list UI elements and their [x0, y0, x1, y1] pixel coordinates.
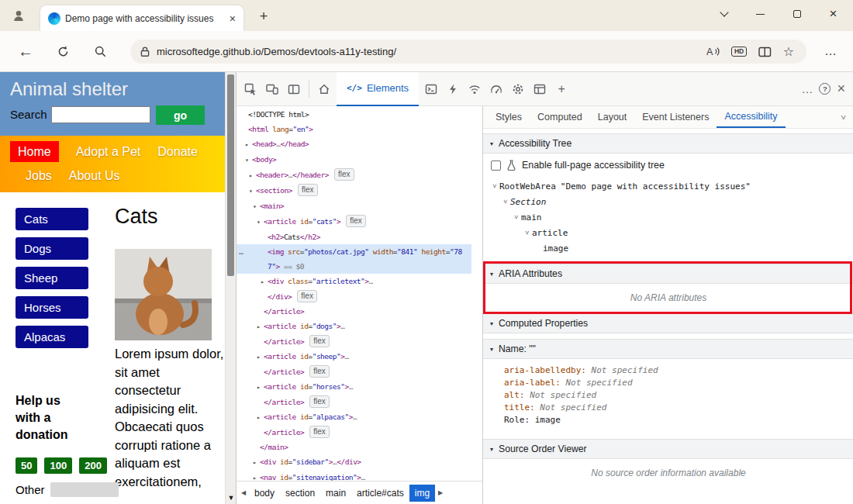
breadcrumb-scroll-right-icon[interactable]: ▶ — [435, 489, 446, 496]
section-computed-properties[interactable]: ▾ Computed Properties — [483, 313, 853, 333]
dom-tree-row[interactable]: 7"> == $0 — [237, 259, 471, 274]
a11y-tree-node-section[interactable]: >Section — [488, 194, 853, 209]
breadcrumb-img[interactable]: img — [409, 485, 435, 502]
panel-tab-event-listeners[interactable]: Event Listeners — [634, 106, 717, 128]
device-emulation-button[interactable] — [261, 72, 283, 106]
expand-arrow-icon[interactable]: ▸ — [261, 274, 268, 289]
dom-tree-row[interactable]: ▾<body> — [237, 152, 471, 167]
maximize-button[interactable] — [779, 0, 815, 28]
donation-button-50[interactable]: 50 — [16, 457, 37, 474]
category-button-dogs[interactable]: Dogs — [16, 237, 88, 260]
nav-item-jobs[interactable]: Jobs — [26, 165, 52, 186]
section-source-order-viewer[interactable]: ▾ Source Order Viewer — [483, 439, 853, 459]
breadcrumb-body[interactable]: body — [249, 485, 280, 502]
expand-arrow-icon[interactable]: ▸ — [253, 455, 260, 470]
back-button[interactable]: ← — [11, 31, 40, 71]
breadcrumb-section[interactable]: section — [280, 485, 320, 502]
read-aloud-icon[interactable]: A — [706, 46, 720, 57]
flex-badge[interactable]: flex — [309, 395, 330, 408]
help-icon[interactable]: ? — [819, 83, 831, 95]
category-button-cats[interactable]: Cats — [16, 208, 88, 230]
collapse-arrow-icon[interactable]: ▾ — [249, 184, 256, 198]
url-text[interactable]: microsoftedge.github.io/Demos/devtools-a… — [157, 46, 706, 57]
search-button[interactable] — [85, 31, 115, 71]
section-aria-attributes[interactable]: ▾ ARIA Attributes — [483, 264, 853, 284]
flex-badge[interactable]: flex — [346, 215, 366, 227]
donation-button-200[interactable]: 200 — [79, 457, 107, 474]
expand-arrow-icon[interactable]: ▸ — [257, 319, 264, 334]
add-panel-button[interactable]: + — [551, 72, 572, 106]
issues-panel-button[interactable] — [442, 72, 464, 106]
dom-tree-row[interactable]: <!DOCTYPE html> — [237, 107, 471, 122]
expand-arrow-icon[interactable]: ▸ — [245, 137, 252, 152]
collapse-arrow-icon[interactable]: ▾ — [257, 215, 264, 230]
refresh-button[interactable] — [48, 31, 78, 71]
flex-badge[interactable]: flex — [298, 184, 318, 196]
flex-badge[interactable]: flex — [334, 168, 354, 181]
panel-tab-accessibility[interactable]: Accessibility — [717, 106, 785, 128]
tab-overflow-chevron-icon[interactable]: > — [840, 116, 848, 120]
dom-tree-row[interactable]: </div>flex — [237, 289, 471, 304]
expand-arrow-icon[interactable]: ▸ — [257, 410, 264, 425]
flex-badge[interactable]: flex — [309, 426, 330, 438]
dom-tree-row[interactable]: ▸<div class="articletext">… — [237, 274, 471, 289]
dom-tree-row[interactable]: </article>flex — [237, 334, 471, 349]
panel-tab-styles[interactable]: Styles — [488, 106, 530, 128]
new-tab-button[interactable]: + — [253, 7, 275, 26]
dom-tree-row[interactable]: ▾<main> — [237, 198, 471, 214]
settings-panel-button[interactable] — [507, 72, 529, 106]
collapse-arrow-icon[interactable]: ▾ — [245, 153, 252, 167]
dom-tree-row[interactable]: ▸<article id="sheep">… — [237, 349, 471, 364]
profile-avatar[interactable] — [5, 5, 32, 26]
devtools-more-icon[interactable]: … — [801, 82, 813, 95]
a11y-tree-node-main[interactable]: >main — [488, 209, 853, 225]
dom-tree-row[interactable]: <html lang="en"> — [237, 122, 471, 136]
split-screen-icon[interactable] — [758, 47, 772, 57]
go-button[interactable]: go — [156, 105, 205, 125]
nav-item-home[interactable]: Home — [10, 141, 59, 162]
page-scrollbar[interactable]: ▼ — [225, 72, 236, 504]
dom-tree-row[interactable]: </main> — [237, 440, 471, 454]
dom-tree-row[interactable]: ▸<div id="sidebar">…</div> — [237, 454, 471, 470]
dom-tree-row[interactable]: ▸<article id="alpacas">… — [237, 409, 471, 425]
collapse-arrow-icon[interactable]: ▾ — [253, 199, 260, 214]
dom-tree-row[interactable]: ▸<header>…</header>flex — [237, 167, 471, 183]
expander-chevron-icon[interactable]: > — [513, 212, 520, 223]
application-panel-button[interactable] — [529, 72, 551, 106]
flex-badge[interactable]: flex — [297, 290, 317, 302]
donation-button-100[interactable]: 100 — [44, 457, 72, 474]
flex-badge[interactable]: flex — [309, 365, 330, 378]
expand-arrow-icon[interactable]: ▸ — [257, 380, 264, 395]
close-devtools-icon[interactable]: × — [837, 81, 845, 97]
section-accessibility-tree[interactable]: ▾ Accessibility Tree — [483, 133, 853, 154]
expander-chevron-icon[interactable]: > — [491, 181, 499, 192]
address-bar[interactable]: microsoftedge.github.io/Demos/devtools-a… — [130, 40, 806, 64]
network-panel-button[interactable] — [464, 72, 485, 106]
a11y-tree-node-article[interactable]: >article — [488, 225, 853, 240]
expand-arrow-icon[interactable]: ▸ — [253, 471, 260, 481]
dom-tree-row[interactable]: ▸<head>…</head> — [237, 136, 471, 152]
tab-elements[interactable]: </> Elements — [337, 72, 419, 106]
a11y-tree-node-image[interactable]: image — [488, 240, 853, 256]
flex-badge[interactable]: flex — [309, 335, 330, 347]
favorites-star-icon[interactable]: ☆ — [783, 44, 794, 59]
console-panel-button[interactable] — [420, 72, 442, 106]
settings-more-button[interactable]: … — [816, 31, 845, 71]
category-button-sheep[interactable]: Sheep — [16, 267, 88, 289]
dom-tree-row[interactable]: </article>flex — [237, 364, 471, 379]
focus-mode-button[interactable] — [283, 72, 305, 106]
dom-tree-row[interactable]: </article>flex — [237, 425, 471, 440]
tab-close-icon[interactable]: × — [228, 13, 237, 24]
dom-tree-row[interactable]: ▸<nav id="sitenavigation">… — [237, 470, 471, 481]
dom-tree-row[interactable]: ▸<article id="horses">… — [237, 379, 471, 395]
home-panel-button[interactable] — [313, 72, 335, 106]
enable-fullpage-a11y-checkbox[interactable] — [491, 161, 501, 171]
hd-badge-icon[interactable]: HD — [731, 47, 746, 57]
inspect-element-button[interactable] — [240, 72, 261, 106]
page-scrollbar-thumb[interactable] — [227, 74, 234, 276]
browser-tab[interactable]: Demo page with accessibility issues × — [40, 5, 243, 31]
panel-tab-layout[interactable]: Layout — [590, 106, 635, 128]
category-button-alpacas[interactable]: Alpacas — [16, 326, 88, 348]
dom-tree-row[interactable]: ▾<article id="cats">flex — [237, 214, 471, 230]
other-amount-input[interactable] — [50, 482, 119, 497]
